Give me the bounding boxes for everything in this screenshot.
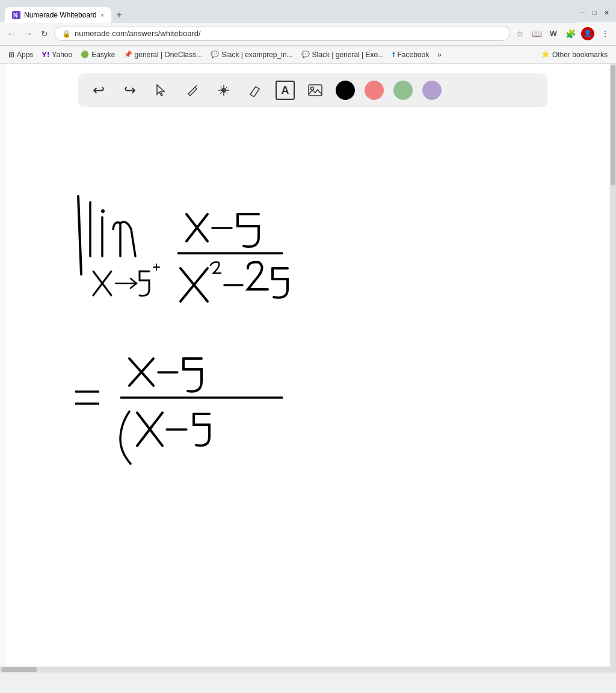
redo-button[interactable]: ↪ xyxy=(119,79,141,101)
vertical-scrollbar[interactable] xyxy=(610,64,616,673)
svg-point-11 xyxy=(101,209,105,213)
other-label: Other bookmarks xyxy=(552,51,608,59)
active-tab[interactable]: N Numerade Whiteboard × xyxy=(5,7,111,23)
drawing-toolbar: ↩ ↪ xyxy=(78,73,547,107)
bookmark-yahoo[interactable]: Y! Yahoo xyxy=(38,49,76,60)
apps-label: Apps xyxy=(17,51,33,59)
svg-point-10 xyxy=(311,87,314,90)
navigation-bar: ← → ↻ 🔒 numerade.com/answers/whiteboard/… xyxy=(0,22,616,46)
forward-button[interactable]: → xyxy=(22,26,35,41)
minimize-button[interactable]: ─ xyxy=(578,8,587,17)
scrollbar-thumb[interactable] xyxy=(611,65,615,185)
color-pink[interactable] xyxy=(365,81,384,100)
extensions-icon[interactable]: 🧩 xyxy=(564,28,576,40)
refresh-button[interactable]: ↻ xyxy=(38,26,51,41)
url-text: numerade.com/answers/whiteboard/ xyxy=(75,29,502,38)
math-handwriting xyxy=(42,142,463,551)
facebook-label: Facebook xyxy=(398,51,430,59)
slack-gen-icon: 💬 xyxy=(301,51,310,58)
yahoo-label: Yahoo xyxy=(52,51,72,59)
profile-avatar[interactable]: 👤 xyxy=(581,27,594,40)
undo-button[interactable]: ↩ xyxy=(88,79,109,101)
bookmark-slack-gen[interactable]: 💬 Slack | general | Exo... xyxy=(298,49,388,60)
svg-text:N: N xyxy=(13,12,17,19)
svg-line-3 xyxy=(195,85,197,87)
w-icon[interactable]: W xyxy=(547,28,559,40)
bookmark-apps[interactable]: ⊞ Apps xyxy=(5,49,37,60)
menu-icon[interactable]: ⋮ xyxy=(599,28,611,40)
yahoo-icon: Y! xyxy=(42,50,49,59)
oneclass-label: general | OneClass... xyxy=(135,51,203,59)
bookmarks-bar: ⊞ Apps Y! Yahoo 🟢 Easyke 📌 general | One… xyxy=(0,46,616,64)
other-icon: ⭐ xyxy=(541,51,550,58)
window-controls: ─ □ ✕ xyxy=(578,8,611,17)
slack-exam-label: Slack | examprep_in... xyxy=(221,51,293,59)
title-bar: N Numerade Whiteboard × + ─ □ ✕ xyxy=(0,0,616,22)
address-bar[interactable]: 🔒 numerade.com/answers/whiteboard/ xyxy=(54,26,510,41)
whiteboard-canvas[interactable]: ↩ ↪ xyxy=(6,64,610,667)
easyke-icon: 🟢 xyxy=(81,51,89,58)
slack-exam-icon: 💬 xyxy=(211,51,219,58)
color-purple[interactable] xyxy=(422,81,442,100)
readinglist-icon[interactable]: 📖 xyxy=(531,28,543,40)
nav-icons: ☆ 📖 W 🧩 👤 ⋮ xyxy=(514,27,611,40)
numerade-favicon: N xyxy=(12,11,20,19)
text-tool-button[interactable]: A xyxy=(276,81,295,100)
whiteboard-container: ↩ ↪ xyxy=(0,64,616,673)
shapes-tool-button[interactable] xyxy=(213,79,235,101)
lock-icon: 🔒 xyxy=(62,29,71,38)
bookmark-facebook[interactable]: f Facebook xyxy=(389,49,433,60)
bookmark-slack-exam[interactable]: 💬 Slack | examprep_in... xyxy=(207,49,297,60)
star-icon[interactable]: ☆ xyxy=(514,28,526,40)
close-button[interactable]: ✕ xyxy=(602,8,611,17)
maximize-button[interactable]: □ xyxy=(590,8,599,17)
horizontal-scrollbar-thumb[interactable] xyxy=(1,667,37,672)
svg-rect-9 xyxy=(309,85,322,96)
apps-icon: ⊞ xyxy=(8,51,14,59)
new-tab-button[interactable]: + xyxy=(114,7,124,23)
back-button[interactable]: ← xyxy=(5,26,18,41)
image-icon xyxy=(307,82,323,98)
svg-marker-2 xyxy=(157,85,164,96)
bookmark-oneclass[interactable]: 📌 general | OneClass... xyxy=(120,49,206,60)
slack-gen-label: Slack | general | Exo... xyxy=(312,51,384,59)
bookmark-other[interactable]: ⭐ Other bookmarks xyxy=(538,49,611,60)
pencil-tool-button[interactable] xyxy=(182,79,203,101)
select-tool-button[interactable] xyxy=(150,79,172,101)
cursor-icon xyxy=(155,84,168,97)
more-label: » xyxy=(437,51,442,59)
tab-title: Numerade Whiteboard xyxy=(24,11,97,19)
facebook-icon: f xyxy=(392,50,395,59)
bookmark-easyke[interactable]: 🟢 Easyke xyxy=(77,49,119,60)
color-green[interactable] xyxy=(393,81,413,100)
bookmark-more[interactable]: » xyxy=(434,49,445,60)
eraser-tool-button[interactable] xyxy=(244,79,266,101)
tab-close-button[interactable]: × xyxy=(100,11,104,19)
eraser-icon xyxy=(248,84,262,97)
color-black[interactable] xyxy=(336,81,355,100)
horizontal-scrollbar[interactable] xyxy=(0,667,610,673)
oneclass-icon: 📌 xyxy=(124,51,132,58)
text-tool-label: A xyxy=(282,84,289,97)
easyke-label: Easyke xyxy=(91,51,115,59)
pencil-icon xyxy=(186,84,199,97)
image-tool-button[interactable] xyxy=(304,79,326,101)
tools-icon xyxy=(217,84,230,97)
